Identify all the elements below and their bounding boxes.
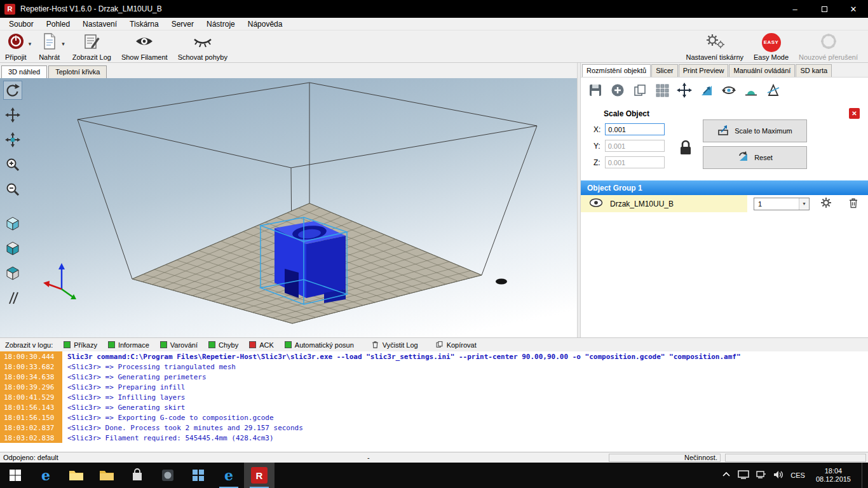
tray-display-icon[interactable] [738, 470, 749, 481]
tab-object-placement[interactable]: Rozmístění objektů [582, 64, 651, 77]
tray-chevron-up-icon[interactable] [722, 471, 731, 480]
filter-errors[interactable]: Chyby [208, 341, 238, 349]
tab-slicer[interactable]: Slicer [651, 64, 678, 77]
close-button[interactable]: ✕ [839, 0, 868, 18]
taskbar-edge-icon[interactable]: e [31, 463, 61, 488]
taskbar-repetier-host-icon[interactable]: R [244, 463, 275, 488]
show-log-icon [83, 32, 100, 52]
connection-status: Odpojeno: default [0, 454, 58, 461]
menu-tiskarna[interactable]: Tiskárna [123, 18, 165, 30]
copy-object-icon[interactable] [630, 81, 649, 100]
log-timestamp: 18:03:02.838 [0, 433, 62, 443]
clear-log-button[interactable]: Vyčistit Log [371, 340, 418, 350]
filter-info-label: Informace [118, 341, 149, 349]
taskbar-internet-explorer-icon[interactable]: e [214, 463, 244, 488]
taskbar-app-icon[interactable] [153, 463, 183, 488]
menu-pohled[interactable]: Pohled [40, 18, 76, 30]
scale-x-row: X: [593, 123, 665, 135]
tab-sd-card[interactable]: SD karta [796, 64, 832, 77]
dropdown-caret-icon: ▾ [799, 198, 809, 210]
minimize-button[interactable]: – [780, 0, 810, 18]
hide-travel-icon [193, 32, 212, 52]
tab-3d-preview[interactable]: 3D náhled [1, 65, 47, 78]
top-view-icon[interactable] [3, 264, 22, 283]
rotate-view-icon[interactable] [3, 81, 22, 100]
isometric-view-icon[interactable] [3, 214, 22, 233]
move-object-icon[interactable] [3, 130, 22, 149]
lay-flat-icon[interactable] [742, 81, 761, 100]
taskbar-file-explorer-icon[interactable] [61, 463, 92, 488]
filter-commands[interactable]: Příkazy [64, 341, 97, 349]
show-filament-button[interactable]: Show Filament [116, 30, 173, 62]
menu-server[interactable]: Server [165, 18, 200, 30]
taskbar-tiles-app-icon[interactable] [183, 463, 214, 488]
filter-autoscroll[interactable]: Automatický posun [285, 341, 354, 349]
center-object-icon[interactable] [675, 81, 694, 100]
model-object[interactable] [275, 221, 346, 303]
tab-temperature-curve[interactable]: Teplotní křivka [48, 65, 107, 78]
object-settings-gear-icon[interactable] [820, 196, 832, 211]
object-group-header[interactable]: Object Group 1 [581, 180, 868, 195]
menu-nastroje[interactable]: Nástroje [200, 18, 241, 30]
scale-x-input[interactable] [605, 123, 665, 135]
menu-nastaveni[interactable]: Nastavení [76, 18, 123, 30]
log-message: <Slic3r> => Generating skirt [62, 403, 185, 412]
status-center: - [367, 454, 370, 461]
move-view-icon[interactable] [3, 105, 22, 125]
tab-print-preview[interactable]: Print Preview [679, 64, 729, 77]
tray-clock[interactable]: 18:04 08.12.2015 [812, 467, 855, 484]
autoposition-icon[interactable] [653, 81, 672, 100]
object-visibility-eye-icon[interactable] [589, 198, 603, 210]
filter-warnings-label: Varování [170, 341, 198, 349]
maximize-button[interactable] [810, 0, 839, 18]
scale-to-maximum-button[interactable]: Scale to Maximum [703, 119, 807, 142]
object-copies-dropdown[interactable]: 1 ▾ [754, 198, 810, 210]
tray-volume-icon[interactable] [773, 470, 783, 481]
easy-mode-button[interactable]: EASY Easy Mode [749, 30, 794, 62]
object-row[interactable]: Drzak_LM10UU_B 1 ▾ [581, 195, 868, 212]
filter-info[interactable]: Informace [108, 341, 149, 349]
show-desktop-strip[interactable] [862, 463, 865, 488]
tray-network-icon[interactable] [756, 470, 766, 481]
view-tabs: 3D náhled Teplotní křivka [0, 63, 577, 78]
load-dropdown-caret[interactable]: ▾ [62, 41, 65, 47]
scale-lock-icon[interactable] [677, 139, 694, 159]
connect-dropdown-caret[interactable]: ▾ [29, 41, 32, 47]
menu-soubor[interactable]: Soubor [3, 18, 40, 30]
taskbar-folder-icon[interactable] [92, 463, 122, 488]
front-view-icon[interactable] [3, 239, 22, 258]
printer-settings-button[interactable]: Nastavení tiskárny [681, 30, 749, 62]
menu-napoveda[interactable]: Nápověda [241, 18, 289, 30]
connect-icon [7, 32, 25, 52]
taskbar-store-icon[interactable] [122, 463, 153, 488]
3d-scene[interactable] [0, 78, 577, 337]
scale-close-button[interactable]: ✕ [849, 108, 860, 119]
add-object-icon[interactable] [608, 81, 627, 100]
filter-warnings[interactable]: Varování [160, 341, 198, 349]
log-view[interactable]: 18:00:30.444 Slic3r command:C:\Program F… [0, 351, 868, 452]
load-button[interactable]: Nahrát [34, 30, 65, 62]
log-row: 18:01:56.150 <Slic3r> => Exporting G-cod… [0, 412, 868, 423]
3d-viewport[interactable] [0, 78, 577, 337]
show-log-button[interactable]: Zobrazit Log [67, 30, 116, 62]
start-button[interactable] [0, 463, 31, 488]
cut-object-icon[interactable] [764, 81, 783, 100]
rotate-object-icon[interactable] [719, 81, 738, 100]
hide-travel-button[interactable]: Schovat pohyby [173, 30, 233, 62]
copy-log-button[interactable]: Kopírovat [435, 340, 477, 350]
log-row: 18:03:02.837 <Slic3r> Done. Process took… [0, 423, 868, 433]
object-delete-trash-icon[interactable] [848, 196, 859, 211]
save-object-icon[interactable] [586, 81, 605, 100]
tray-language[interactable]: CES [790, 471, 805, 479]
zoom-in-icon[interactable] [3, 155, 22, 174]
scale-reset-button[interactable]: Reset [703, 146, 807, 169]
window-title: Repetier-Host V1.6.0 - Drzak_LM10UU_B [20, 4, 162, 13]
connect-button[interactable]: Připojit [0, 30, 32, 62]
zoom-out-icon[interactable] [3, 180, 22, 199]
scale-object-icon[interactable] [697, 81, 716, 100]
filter-ack[interactable]: ACK [249, 341, 274, 349]
log-row: 18:00:34.638 <Slic3r> => Generating peri… [0, 372, 868, 382]
copy-log-icon [435, 340, 444, 350]
parallel-projection-icon[interactable] [3, 288, 22, 308]
tab-manual-control[interactable]: Manuální ovládání [729, 64, 795, 77]
